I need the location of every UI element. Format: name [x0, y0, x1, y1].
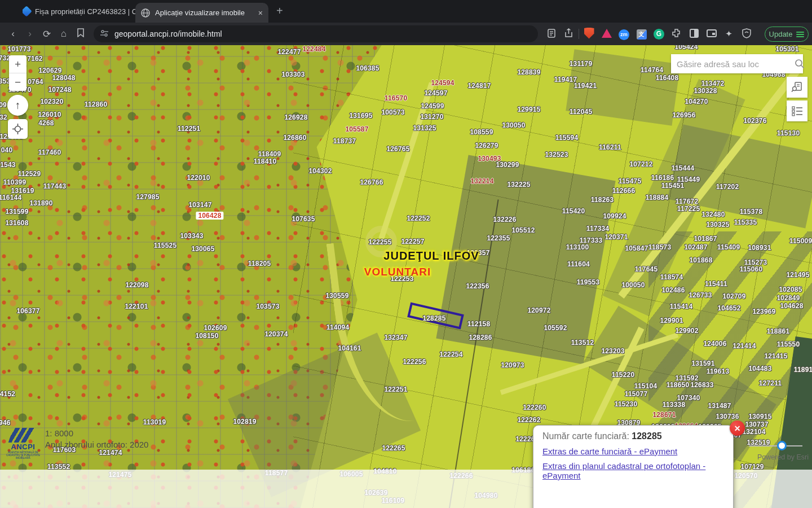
parcel-label: 32	[0, 113, 7, 121]
leo-ai-icon[interactable]: ✦	[720, 29, 738, 39]
parcel-label: 102849	[776, 294, 800, 302]
city-label: VOLUNTARI	[364, 266, 431, 278]
vpn-shield-icon[interactable]	[738, 28, 755, 40]
parcel-label: 112666	[612, 187, 636, 195]
grammarly-extension-icon[interactable]: G	[650, 28, 668, 40]
address-bar[interactable]: geoportal.ancpi.ro/imobile.html	[94, 25, 538, 42]
parcel-label: 130050	[502, 121, 525, 129]
url-text: geoportal.ancpi.ro/imobile.html	[114, 29, 222, 38]
back-icon[interactable]: ‹	[5, 28, 21, 40]
search-button[interactable]	[795, 54, 805, 73]
parcel-label: 09	[0, 101, 7, 109]
extensions-puzzle-icon[interactable]	[668, 28, 685, 40]
parcel-label: 113512	[571, 339, 594, 347]
legend-button[interactable]	[787, 100, 807, 121]
parcel-label: 120374	[264, 330, 288, 338]
close-tab-icon[interactable]: ×	[258, 8, 263, 17]
parcel-label: 115230	[615, 400, 638, 408]
parcel-label: 113019	[143, 418, 166, 426]
parcel-label: 111604	[567, 260, 590, 268]
parcel-label: 118573	[648, 243, 672, 251]
parcel-label: 121474	[99, 449, 122, 457]
toolbar-right-icons: zm 文 G ✦	[542, 23, 755, 45]
map-scale: 1: 8000	[45, 428, 73, 438]
extras-carte-funciara-link[interactable]: Extras de carte funciară - ePayment	[542, 446, 724, 456]
parcel-label: 104270	[685, 98, 708, 106]
tab-imobile-viewer[interactable]: Aplicație vizualizare imobile ×	[135, 3, 268, 23]
slider-handle[interactable]	[777, 441, 787, 450]
search-input[interactable]	[671, 59, 795, 69]
tab-bar: Fișa proprietății CP2463823 | CRI Aplica…	[0, 0, 812, 23]
new-tab-button[interactable]: +	[276, 5, 283, 17]
ancpi-logo-bars	[8, 428, 38, 443]
parcel-label: 115060	[740, 265, 763, 273]
parcel-label: 113338	[663, 401, 686, 409]
parcel-label: 104483	[748, 365, 771, 373]
parcel-label: 121415	[764, 352, 787, 360]
parcel-label: 126010	[38, 111, 61, 119]
site-settings-icon[interactable]	[100, 30, 109, 38]
parcel-label: 126956	[672, 111, 695, 119]
transparency-slider[interactable]	[749, 445, 802, 446]
parcel-label: 122256	[403, 358, 426, 366]
home-icon[interactable]: ⌂	[55, 28, 72, 40]
zoom-out-button[interactable]: −	[9, 73, 27, 91]
parcel-label: 108559	[470, 128, 493, 136]
wallet-icon[interactable]	[703, 29, 720, 39]
zoom-extension-icon[interactable]: zm	[615, 28, 633, 40]
locate-me-button[interactable]	[8, 119, 28, 139]
parcel-label: 115409	[717, 243, 740, 251]
parcel-label: 116186	[651, 174, 674, 182]
zoom-in-button[interactable]: +	[9, 55, 27, 73]
parcel-label: 117443	[43, 182, 67, 190]
extras-plan-cadastral-link[interactable]: Extras din planul cadastral pe ortofotop…	[542, 461, 724, 480]
parcel-label: 128285	[422, 314, 445, 322]
parcel-label: 132347	[384, 334, 407, 341]
document-search-button[interactable]	[787, 77, 807, 98]
compass-north-button[interactable]: ↑	[7, 95, 28, 116]
parcel-label: 104161	[338, 344, 361, 352]
tab-property-sheet[interactable]: Fișa proprietății CP2463823 | CRI	[23, 0, 135, 23]
parcel-label: 110399	[3, 178, 27, 186]
parcel-label: 118650	[667, 381, 690, 389]
parcel-label: 7162	[27, 55, 43, 63]
parcel-label: 122010	[187, 174, 210, 182]
popup-close-button[interactable]: ✕	[730, 421, 745, 436]
esri-attribution: Powered by Esri	[739, 453, 809, 461]
update-button[interactable]: Update	[765, 27, 809, 42]
brave-rewards-icon[interactable]	[598, 29, 615, 40]
parcel-label: 112529	[18, 170, 41, 178]
parcel-label: 104302	[308, 167, 332, 175]
parcel-label: 132480	[701, 211, 725, 218]
parcel-label: 118410	[254, 157, 277, 165]
parcel-label: 115411	[705, 280, 727, 288]
parcel-label: 117225	[677, 205, 700, 213]
parcel-label: 24152	[0, 390, 15, 398]
parcel-label: 105847	[625, 244, 648, 252]
close-icon: ✕	[734, 424, 741, 433]
parcel-label: 130915	[748, 413, 771, 421]
parcel-label: 118884	[646, 194, 669, 202]
parcel-label: 118409	[258, 150, 281, 158]
reload-icon[interactable]: ⟳	[38, 28, 55, 40]
bookmark-icon[interactable]	[72, 28, 89, 40]
parcel-label: 102819	[233, 418, 256, 426]
parcel-label: 106377	[16, 307, 39, 315]
parcel-label: 117334	[586, 225, 610, 233]
translate-extension-icon[interactable]: 文	[633, 28, 650, 40]
parcel-label: 132523	[545, 151, 568, 159]
parcel-label: 122262	[517, 416, 540, 424]
dark-reader-icon[interactable]	[685, 29, 703, 40]
reader-mode-icon[interactable]	[542, 29, 560, 40]
forward-icon[interactable]: ›	[21, 28, 38, 40]
parcel-label: 112158	[467, 320, 491, 328]
parcel-label: 126928	[284, 113, 307, 121]
share-icon[interactable]	[560, 28, 577, 40]
parcel-label: 122255	[368, 238, 391, 246]
parcel-label: 0764	[28, 78, 43, 86]
brave-shield-icon[interactable]	[580, 28, 598, 41]
parcel-label: 120973	[501, 361, 524, 369]
parcel-label: 131270	[420, 113, 443, 121]
parcel-label: 115335	[734, 218, 757, 226]
parcel-label: 120629	[38, 67, 61, 75]
